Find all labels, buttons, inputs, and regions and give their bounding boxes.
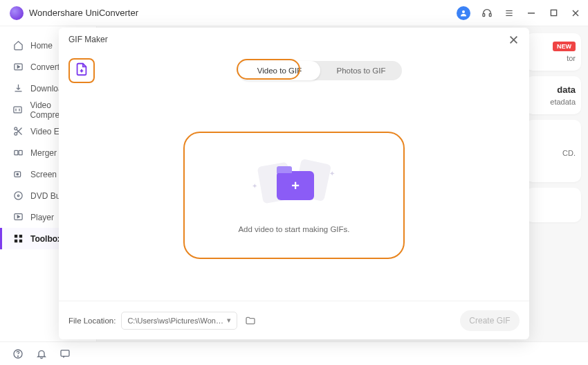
bg-panel-4 [526, 188, 581, 222]
dialog-title: GIF Maker [68, 35, 507, 44]
sidebar-item-label: Home [30, 41, 53, 51]
svg-rect-16 [14, 150, 17, 154]
drop-text: Add video to start making GIFs. [238, 225, 349, 233]
svg-rect-25 [14, 240, 17, 242]
svg-point-19 [17, 173, 19, 175]
svg-point-28 [17, 355, 18, 356]
scissors-icon [12, 126, 24, 137]
create-gif-button[interactable]: Create GIF [460, 310, 520, 331]
chevron-down-icon: ▾ [227, 316, 231, 325]
file-location-value: C:\Users\ws\Pictures\Wonders [127, 317, 227, 325]
tab-label: Video to GIF [257, 66, 302, 75]
bell-icon[interactable] [36, 348, 47, 359]
svg-rect-2 [489, 13, 491, 16]
play-icon [12, 212, 24, 223]
sidebar-item-label: Toolbox [30, 234, 62, 244]
drop-illustration: + ✦✦ [256, 157, 332, 213]
add-file-icon [74, 62, 89, 80]
svg-rect-23 [14, 235, 17, 238]
tab-label: Photos to GIF [337, 66, 386, 75]
svg-point-21 [17, 195, 19, 197]
app-logo [10, 6, 24, 20]
disc-icon [12, 190, 24, 202]
sidebar-item-label: Player [30, 213, 54, 222]
converter-icon [12, 62, 24, 73]
drop-zone[interactable]: + ✦✦ Add video to start making GIFs. [183, 132, 405, 259]
folder-icon: + [277, 171, 314, 200]
toolbox-icon [12, 233, 24, 244]
close-button[interactable] [570, 8, 581, 19]
record-icon [12, 169, 24, 180]
svg-rect-24 [19, 235, 21, 238]
open-folder-button[interactable] [243, 313, 258, 328]
home-icon [12, 40, 24, 51]
bg-panel-1: NEW tor [526, 33, 581, 71]
dialog-close-button[interactable] [507, 33, 520, 46]
bg-panel-3: CD. [526, 120, 581, 182]
support-icon[interactable] [481, 8, 493, 19]
svg-rect-1 [483, 13, 485, 16]
footer-bar [0, 341, 588, 365]
svg-point-20 [14, 192, 21, 199]
svg-rect-29 [61, 350, 69, 356]
bg-panel-heading: data [531, 84, 576, 95]
feedback-icon[interactable] [59, 348, 71, 359]
user-avatar[interactable] [457, 6, 470, 20]
app-title: Wondershare UniConverter [29, 8, 457, 18]
file-location-select[interactable]: C:\Users\ws\Pictures\Wonders ▾ [121, 312, 237, 330]
svg-rect-11 [14, 107, 21, 113]
tab-video-to-gif[interactable]: Video to GIF [239, 61, 320, 80]
compress-icon [12, 105, 23, 116]
sidebar-item-label: Merger [30, 148, 57, 158]
bg-panel-2: data etadata [526, 76, 581, 114]
tab-photos-to-gif[interactable]: Photos to GIF [320, 61, 402, 80]
svg-point-0 [462, 10, 465, 13]
svg-rect-26 [19, 240, 21, 242]
merge-icon [12, 148, 24, 159]
titlebar: Wondershare UniConverter [0, 0, 588, 26]
bg-panel-text: tor [531, 54, 576, 62]
maximize-button[interactable] [548, 8, 559, 19]
menu-icon[interactable] [504, 8, 515, 19]
bg-panel-sub: etadata [531, 98, 576, 106]
new-badge: NEW [553, 42, 576, 51]
minimize-button[interactable] [526, 8, 537, 19]
bg-panel-text: CD. [531, 149, 576, 157]
help-icon[interactable] [12, 348, 24, 359]
gif-maker-dialog: GIF Maker Video to GIF Photos to GIF + ✦… [59, 28, 529, 339]
create-gif-label: Create GIF [469, 316, 510, 326]
svg-rect-7 [551, 10, 556, 15]
download-icon [12, 83, 24, 94]
add-file-button[interactable] [68, 58, 95, 83]
svg-rect-17 [19, 150, 22, 154]
file-location-label: File Location: [68, 317, 116, 325]
